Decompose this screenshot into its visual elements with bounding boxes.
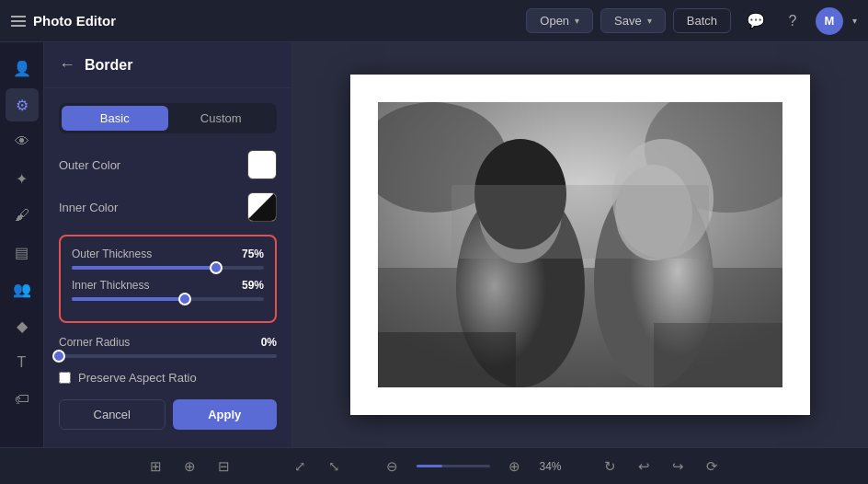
inner-thickness-track [72,297,264,301]
panel-content: Basic Custom Outer Color Inner Color Out… [44,88,291,447]
undo-icon[interactable]: ↩ [634,455,654,478]
corner-radius-thumb[interactable] [52,350,65,363]
main-area: 👤 ⚙ 👁 ✦ 🖌 ▤ 👥 ◆ T 🏷 ← Border Basic Custo… [0,42,868,447]
outer-thickness-thumb[interactable] [210,261,223,274]
action-buttons: Cancel Apply [59,399,277,430]
outer-thickness-track [72,266,264,270]
inner-color-row: Inner Color [59,192,277,222]
menu-icon[interactable] [11,16,26,27]
batch-button[interactable]: Batch [673,8,731,33]
outer-color-row: Outer Color [59,150,277,179]
tab-group: Basic Custom [59,103,277,133]
preserve-aspect-checkbox[interactable] [59,372,71,384]
inner-color-label: Inner Color [59,201,118,214]
layers-bottom-icon[interactable]: ⊞ [146,455,166,478]
app-title: Photo Editor [33,13,116,29]
panel: ← Border Basic Custom Outer Color Inner … [44,42,292,447]
inner-thickness-row: Inner Thickness 59% [72,279,264,301]
tab-basic[interactable]: Basic [62,106,168,131]
inner-thickness-thumb[interactable] [178,293,191,305]
svg-rect-11 [378,332,516,387]
corner-radius-row: Corner Radius 0% [59,336,277,358]
corner-radius-track [59,354,277,358]
corner-radius-label: Corner Radius [59,336,130,349]
topbar-center: Open ▾ Save ▾ Batch [526,8,731,33]
save-button[interactable]: Save ▾ [600,8,666,33]
avatar-button[interactable]: M [816,7,843,35]
svg-rect-12 [654,323,782,387]
icon-sidebar: 👤 ⚙ 👁 ✦ 🖌 ▤ 👥 ◆ T 🏷 [0,42,44,447]
svg-rect-10 [451,185,709,259]
preserve-aspect-label: Preserve Aspect Ratio [78,371,197,385]
sidebar-icon-eye[interactable]: 👁 [6,125,39,158]
sidebar-icon-sparkle[interactable]: ✦ [6,162,39,195]
outer-thickness-label: Outer Thickness [72,248,152,260]
rotate-icon[interactable]: ↻ [600,455,620,478]
sidebar-icon-person[interactable]: 👤 [6,52,39,85]
outer-thickness-value: 75% [242,248,264,260]
panel-header: ← Border [44,42,291,88]
corner-radius-value: 0% [261,336,277,349]
outer-color-swatch[interactable] [247,150,277,179]
inner-thickness-label: Inner Thickness [72,279,150,292]
zoom-in-icon[interactable]: ⊕ [505,455,524,478]
avatar-chevron-icon: ▾ [852,16,857,26]
thickness-section: Outer Thickness 75% Inner Thickness 59% [59,235,277,323]
photo-image [378,102,782,387]
shrink-icon[interactable]: ⤡ [325,455,344,478]
inner-color-swatch[interactable] [247,192,277,222]
open-chevron-icon: ▾ [575,16,579,26]
sidebar-icon-text[interactable]: T [6,346,39,379]
redo-icon[interactable]: ↪ [668,455,688,478]
inner-thickness-value: 59% [242,279,264,292]
zoom-bar [417,465,490,467]
save-chevron-icon: ▾ [647,16,652,26]
topbar-left: Photo Editor [11,13,515,29]
zoom-out-icon[interactable]: ⊖ [383,455,402,478]
outer-color-label: Outer Color [59,158,120,172]
sidebar-icon-shapes[interactable]: ◆ [6,309,39,342]
expand-icon[interactable]: ⤢ [291,455,310,478]
help-icon[interactable]: ? [779,7,806,35]
chat-icon[interactable]: 💬 [742,7,770,35]
canvas-area [292,42,868,447]
topbar-right: 💬 ? M ▾ [742,7,857,35]
history-icon[interactable]: ⟳ [702,455,722,478]
topbar: Photo Editor Open ▾ Save ▾ Batch 💬 ? M ▾ [0,0,868,42]
sidebar-icon-people[interactable]: 👥 [6,272,39,305]
back-button[interactable]: ← [59,55,75,75]
inner-thickness-fill [72,297,185,301]
tab-custom[interactable]: Custom [168,106,275,131]
sidebar-icon-layers[interactable]: ▤ [6,236,39,269]
sidebar-icon-brush[interactable]: 🖌 [6,199,39,232]
outer-thickness-fill [72,266,216,270]
outer-thickness-row: Outer Thickness 75% [72,248,264,270]
panel-title: Border [85,57,132,74]
cancel-button[interactable]: Cancel [59,399,166,430]
zoom-bar-fill [417,465,442,467]
preserve-aspect-row: Preserve Aspect Ratio [59,371,277,385]
photo-frame [350,75,810,415]
zoom-value: 34% [539,460,561,473]
bottom-toolbar: ⊞ ⊕ ⊟ ⤢ ⤡ ⊖ ⊕ 34% ↻ ↩ ↪ ⟳ [0,447,868,484]
link-bottom-icon[interactable]: ⊕ [180,455,200,478]
open-button[interactable]: Open ▾ [526,8,593,33]
apply-button[interactable]: Apply [173,399,278,430]
grid-bottom-icon[interactable]: ⊟ [214,455,234,478]
sidebar-icon-adjustments[interactable]: ⚙ [6,88,39,121]
sidebar-icon-sticker[interactable]: 🏷 [6,383,39,416]
